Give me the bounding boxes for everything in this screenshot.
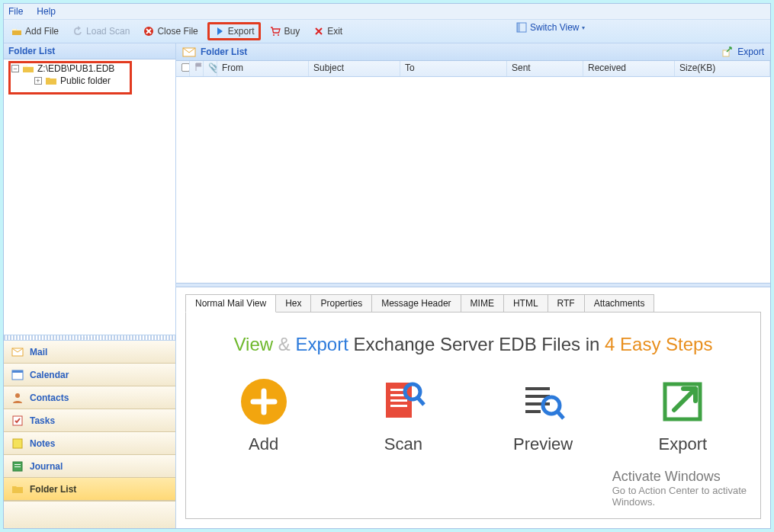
nav-tasks[interactable]: Tasks <box>4 409 175 432</box>
step-export: Export <box>625 378 740 454</box>
hero-in: in <box>586 334 600 354</box>
tab-hex[interactable]: Hex <box>275 294 311 312</box>
message-grid-body[interactable] <box>176 77 770 283</box>
svg-rect-21 <box>390 405 407 407</box>
toolbar-close-file[interactable]: Close File <box>139 24 202 38</box>
steps-row: Add Scan <box>186 378 760 454</box>
toolbar-buy-label: Buy <box>284 26 300 37</box>
folder-open-icon <box>11 26 22 37</box>
preview-icon <box>519 378 567 425</box>
export-arrow-icon <box>722 46 734 58</box>
watermark-line2: Windows. <box>612 496 747 508</box>
tab-html[interactable]: HTML <box>503 294 548 312</box>
toolbar-export-label: Export <box>228 26 255 37</box>
col-flag[interactable] <box>190 61 204 76</box>
svg-rect-26 <box>525 410 541 413</box>
step-add: Add <box>207 378 321 454</box>
nav-notes[interactable]: Notes <box>4 432 175 455</box>
col-to[interactable]: To <box>400 61 507 76</box>
svg-rect-25 <box>525 402 550 405</box>
step-preview: Preview <box>486 378 600 454</box>
col-from[interactable]: From <box>217 61 309 76</box>
toolbar-switch-view-label: Switch View <box>530 22 579 33</box>
tab-message-header[interactable]: Message Header <box>371 294 461 312</box>
expand-icon[interactable]: + <box>34 77 42 85</box>
app-window: File Help Add File Load Scan Close File <box>3 3 771 529</box>
contacts-icon <box>11 392 24 404</box>
col-size[interactable]: Size(KB) <box>675 61 770 76</box>
tab-normal-mail[interactable]: Normal Mail View <box>185 294 276 312</box>
svg-point-2 <box>278 34 279 36</box>
scan-file-icon <box>380 378 427 425</box>
header-export-link[interactable]: Export <box>722 46 764 58</box>
plus-circle-icon <box>240 378 287 425</box>
windows-activation-watermark: Activate Windows Go to Action Center to … <box>612 469 747 508</box>
col-checkbox[interactable] <box>176 61 190 76</box>
hero-steps: 4 Easy Steps <box>605 334 712 354</box>
nav-calendar[interactable]: Calendar <box>4 364 175 386</box>
tab-mime[interactable]: MIME <box>461 294 504 312</box>
step-export-label: Export <box>659 434 708 454</box>
nav-folder-list[interactable]: Folder List <box>4 478 175 501</box>
hero-amp: & <box>278 334 291 354</box>
toolbar-export-highlight: Export <box>207 22 262 40</box>
tab-properties[interactable]: Properties <box>310 294 372 312</box>
nav-tasks-label: Tasks <box>30 415 55 426</box>
toolbar-close-file-label: Close File <box>157 26 198 37</box>
watermark-title: Activate Windows <box>612 469 747 485</box>
tree-root[interactable]: − Z:\EDB\PUB1.EDB <box>10 62 172 75</box>
menubar: File Help <box>4 4 770 20</box>
toolbar-exit-label: Exit <box>327 26 342 37</box>
svg-rect-13 <box>14 466 21 467</box>
tree-root-label: Z:\EDB\PUB1.EDB <box>37 63 114 74</box>
nav-calendar-label: Calendar <box>30 370 69 380</box>
col-sent[interactable]: Sent <box>507 61 583 76</box>
left-panel-header: Folder List <box>4 43 175 59</box>
cart-icon <box>270 26 281 37</box>
right-header: Folder List Export <box>176 43 770 61</box>
tree-child-label: Public folder <box>60 75 111 86</box>
nav-list: Mail Calendar Contacts Tasks Notes <box>4 341 175 501</box>
tab-attachments[interactable]: Attachments <box>584 294 655 312</box>
hero-view: View <box>234 334 274 354</box>
collapse-icon[interactable]: − <box>11 65 19 72</box>
tree-child[interactable]: + Public folder <box>33 75 172 87</box>
svg-rect-4 <box>517 23 520 32</box>
nav-contacts[interactable]: Contacts <box>4 386 175 409</box>
message-grid-header: 📎 From Subject To Sent Received Size(KB) <box>176 61 770 77</box>
nav-journal[interactable]: Journal <box>4 455 175 478</box>
col-subject[interactable]: Subject <box>309 61 400 76</box>
journal-icon <box>11 460 24 473</box>
detail-panel: View & Export Exchange Server EDB Files … <box>185 312 761 519</box>
step-preview-label: Preview <box>513 434 573 454</box>
step-add-label: Add <box>249 434 278 454</box>
menu-file[interactable]: File <box>8 6 23 17</box>
svg-rect-12 <box>14 464 21 465</box>
menu-help[interactable]: Help <box>37 6 56 17</box>
hero-rest: Exchange Server EDB Files <box>354 334 580 354</box>
toolbar-buy[interactable]: Buy <box>265 24 304 38</box>
refresh-icon <box>72 26 83 37</box>
svg-rect-7 <box>12 370 23 373</box>
play-icon <box>214 26 225 37</box>
toolbar-export[interactable]: Export <box>210 24 259 38</box>
col-attachment[interactable]: 📎 <box>204 61 217 76</box>
tab-rtf[interactable]: RTF <box>548 294 585 312</box>
toolbar-load-scan[interactable]: Load Scan <box>68 24 134 38</box>
mail-icon <box>11 346 24 358</box>
svg-point-1 <box>273 34 275 36</box>
step-scan-label: Scan <box>384 434 422 454</box>
toolbar: Add File Load Scan Close File Export <box>4 20 770 43</box>
col-received[interactable]: Received <box>583 61 675 76</box>
folder-tree[interactable]: − Z:\EDB\PUB1.EDB + Public folder <box>4 59 175 335</box>
chevron-down-icon: ▾ <box>582 24 585 31</box>
toolbar-add-file[interactable]: Add File <box>7 24 63 38</box>
toolbar-exit[interactable]: Exit <box>309 24 347 38</box>
export-box-icon <box>659 378 706 425</box>
nav-journal-label: Journal <box>30 461 63 472</box>
envelope-icon <box>182 46 196 58</box>
toolbar-switch-view[interactable]: Switch View ▾ <box>516 22 585 33</box>
nav-grip[interactable]: ······ <box>4 335 175 341</box>
nav-mail[interactable]: Mail <box>4 341 175 364</box>
right-header-title: Folder List <box>201 46 247 57</box>
